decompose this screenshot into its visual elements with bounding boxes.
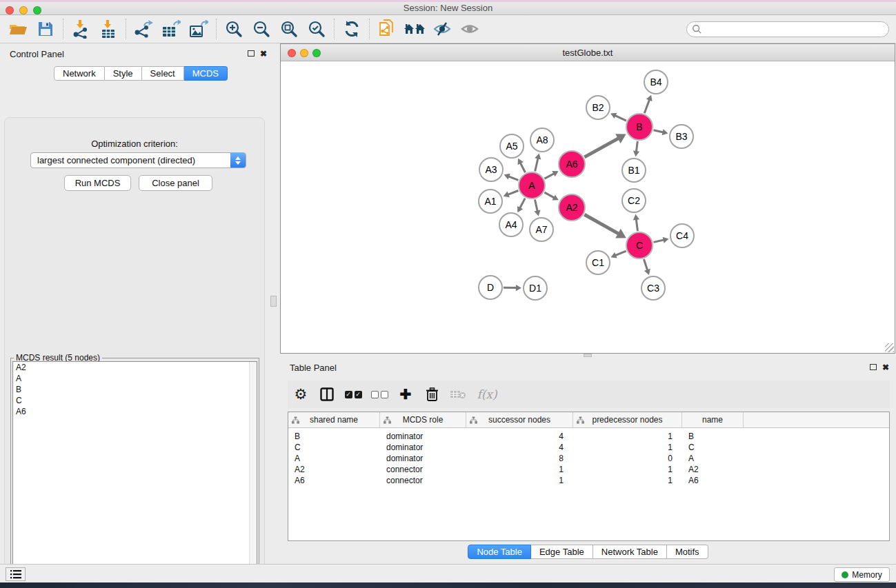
node-B1[interactable]: B1 bbox=[621, 158, 646, 183]
result-item[interactable]: C bbox=[13, 395, 257, 406]
node-B2[interactable]: B2 bbox=[586, 95, 610, 120]
table-cell[interactable]: 8 bbox=[466, 454, 573, 463]
table-float-panel-icon[interactable] bbox=[870, 364, 877, 370]
table-row[interactable]: A2connector11A2 bbox=[288, 464, 889, 475]
close-panel-icon[interactable]: ✖ bbox=[260, 50, 267, 57]
graph-edge-A-A3[interactable] bbox=[508, 176, 519, 180]
optimization-criterion-dropdown[interactable]: largest connected component (directed) bbox=[30, 152, 246, 168]
mcds-result-list[interactable]: A2ABCA6 bbox=[12, 361, 257, 588]
graph-edge-C-C2[interactable] bbox=[636, 218, 637, 231]
search-input[interactable] bbox=[702, 25, 888, 34]
function-builder-button[interactable]: f(x) bbox=[471, 383, 503, 406]
node-B[interactable]: B bbox=[626, 113, 653, 141]
node-C4[interactable]: C4 bbox=[670, 223, 695, 248]
table-cell[interactable]: connector bbox=[380, 476, 466, 485]
table-cell[interactable]: B bbox=[682, 432, 744, 441]
table-cell[interactable]: A2 bbox=[288, 465, 380, 474]
table-cell[interactable]: C bbox=[682, 443, 744, 452]
open-session-button[interactable] bbox=[4, 17, 32, 41]
table-row[interactable]: Bdominator41B bbox=[288, 431, 889, 442]
node-A3[interactable]: A3 bbox=[479, 157, 504, 182]
graph-edge-A-A6[interactable] bbox=[545, 173, 555, 179]
graph-edge-B-B2[interactable] bbox=[614, 115, 626, 121]
graph-edge-A6-B[interactable] bbox=[584, 137, 620, 157]
tab-select[interactable]: Select bbox=[142, 66, 184, 81]
node-D1[interactable]: D1 bbox=[523, 276, 548, 301]
node-B3[interactable]: B3 bbox=[669, 124, 694, 149]
column-header-shared-name[interactable]: shared name bbox=[288, 412, 380, 427]
graph-edge-A-A7[interactable] bbox=[535, 200, 537, 212]
table-cell[interactable]: dominator bbox=[380, 443, 466, 452]
node-C3[interactable]: C3 bbox=[641, 276, 666, 301]
network-canvas[interactable]: B4B2BB3A8A5A6A3B1AA1C2A2A4A7C4CC1C3DD1 bbox=[281, 61, 895, 353]
apply-layout-button[interactable] bbox=[338, 17, 366, 41]
tab-motifs[interactable]: Motifs bbox=[667, 545, 708, 559]
first-neighbors-button[interactable] bbox=[401, 17, 428, 41]
graph-edge-C-C3[interactable] bbox=[644, 259, 648, 272]
graph-edge-A-A4[interactable] bbox=[519, 199, 525, 210]
tab-network[interactable]: Network bbox=[54, 66, 105, 81]
table-cell[interactable]: connector bbox=[380, 465, 466, 474]
export-network-button[interactable] bbox=[130, 17, 157, 41]
result-item[interactable]: A2 bbox=[13, 362, 257, 373]
table-cell[interactable]: dominator bbox=[380, 454, 466, 463]
result-item[interactable]: A6 bbox=[13, 406, 257, 417]
graph-edge-A-A1[interactable] bbox=[507, 191, 518, 195]
table-cell[interactable]: A bbox=[288, 454, 380, 463]
tab-network-table[interactable]: Network Table bbox=[593, 545, 667, 559]
table-cell[interactable]: 1 bbox=[466, 476, 573, 485]
table-cell[interactable]: 4 bbox=[466, 432, 573, 441]
column-header-predecessor-nodes[interactable]: predecessor nodes bbox=[573, 412, 682, 427]
tab-edge-table[interactable]: Edge Table bbox=[531, 545, 593, 559]
zoom-selected-button[interactable] bbox=[303, 17, 330, 41]
show-column-button[interactable] bbox=[314, 383, 340, 406]
table-cell[interactable]: 1 bbox=[466, 465, 573, 474]
table-row[interactable]: Adominator80A bbox=[288, 453, 889, 464]
table-cell[interactable]: B bbox=[288, 432, 380, 441]
memory-button[interactable]: Memory bbox=[834, 567, 890, 582]
graph-edge-A-A8[interactable] bbox=[535, 157, 539, 171]
network-window-titlebar[interactable]: testGlobe.txt bbox=[281, 44, 895, 61]
export-image-button[interactable] bbox=[185, 17, 212, 41]
split-divider-handle[interactable] bbox=[270, 296, 277, 307]
table-cell[interactable]: dominator bbox=[380, 432, 466, 441]
run-mcds-button[interactable]: Run MCDS bbox=[64, 175, 131, 191]
graph-edge-A-A2[interactable] bbox=[544, 192, 555, 198]
column-header-MCDS-role[interactable]: MCDS role bbox=[380, 412, 466, 427]
hide-graphics-details-button[interactable] bbox=[428, 17, 456, 41]
result-scrollbar[interactable] bbox=[249, 362, 257, 588]
node-C[interactable]: C bbox=[626, 232, 653, 259]
table-row[interactable]: A6connector11A6 bbox=[288, 475, 889, 486]
table-cell[interactable]: 4 bbox=[466, 443, 573, 452]
delete-columns-button[interactable] bbox=[419, 383, 445, 406]
node-A7[interactable]: A7 bbox=[529, 217, 554, 242]
zoom-fit-button[interactable] bbox=[275, 17, 303, 41]
node-A8[interactable]: A8 bbox=[530, 128, 555, 152]
table-cell[interactable]: A bbox=[682, 454, 744, 463]
window-resize-grip[interactable] bbox=[885, 343, 894, 352]
node-B4[interactable]: B4 bbox=[644, 70, 668, 94]
node-A5[interactable]: A5 bbox=[499, 134, 524, 159]
table-cell[interactable]: A6 bbox=[682, 476, 744, 485]
graph-edge-A2-C[interactable] bbox=[584, 214, 620, 234]
node-C1[interactable]: C1 bbox=[586, 250, 610, 275]
column-header-name[interactable]: name bbox=[682, 412, 744, 427]
select-all-rows-button[interactable]: ✓✓ bbox=[340, 383, 366, 406]
save-session-button[interactable] bbox=[32, 17, 59, 41]
table-row[interactable]: Cdominator41C bbox=[288, 442, 889, 453]
table-cell[interactable]: 1 bbox=[573, 432, 682, 441]
node-A2[interactable]: A2 bbox=[558, 194, 586, 221]
table-cell[interactable]: A6 bbox=[288, 476, 380, 485]
table-cell[interactable]: 0 bbox=[573, 454, 682, 463]
table-close-panel-icon[interactable]: ✖ bbox=[882, 364, 889, 371]
search-field[interactable] bbox=[686, 21, 889, 37]
graph-edge-A-A5[interactable] bbox=[520, 162, 526, 172]
result-item[interactable]: A bbox=[13, 373, 257, 384]
graph-edge-C-C1[interactable] bbox=[615, 251, 626, 256]
node-C2[interactable]: C2 bbox=[621, 188, 646, 213]
close-panel-button[interactable]: Close panel bbox=[139, 175, 212, 191]
table-cell[interactable]: 1 bbox=[573, 443, 682, 452]
node-A[interactable]: A bbox=[518, 172, 546, 199]
deselect-all-rows-button[interactable] bbox=[366, 383, 392, 406]
table-cell[interactable]: C bbox=[288, 443, 380, 452]
